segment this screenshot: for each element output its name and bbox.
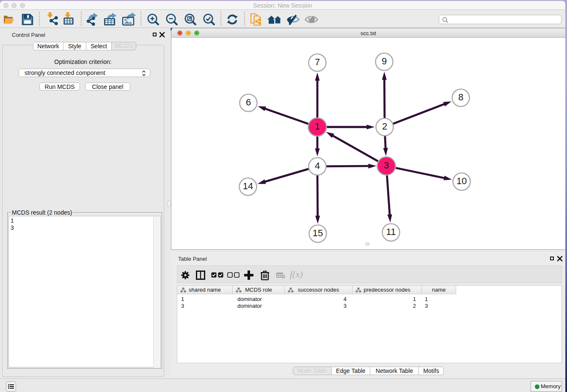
svg-text:14: 14 — [243, 181, 253, 191]
svg-text:2: 2 — [382, 121, 387, 132]
svg-text:3: 3 — [384, 160, 389, 171]
svg-text:15: 15 — [313, 228, 323, 238]
svg-text:6: 6 — [246, 97, 251, 108]
svg-text:8: 8 — [458, 92, 463, 102]
svg-text:10: 10 — [457, 176, 467, 186]
svg-text:11: 11 — [386, 226, 396, 237]
svg-text:7: 7 — [315, 57, 320, 67]
svg-text:1: 1 — [315, 121, 320, 132]
svg-text:9: 9 — [382, 56, 387, 66]
svg-text:4: 4 — [315, 160, 320, 171]
